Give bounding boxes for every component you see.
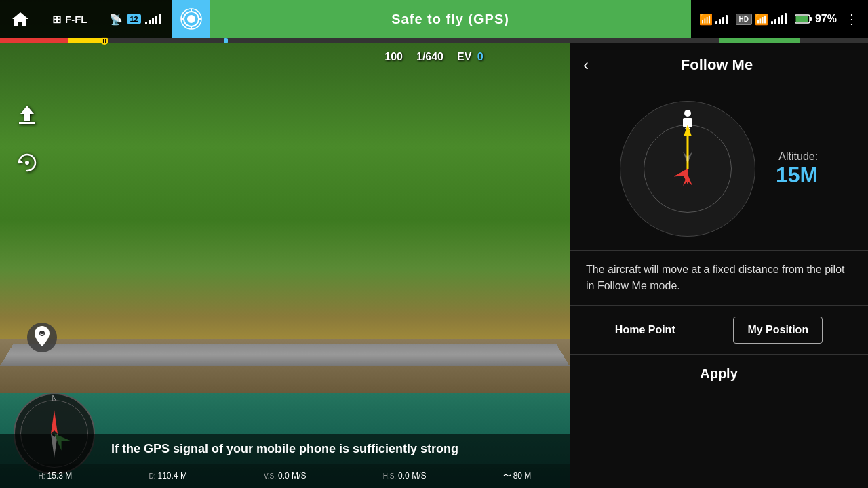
map-marker-circle: H bbox=[27, 323, 57, 352]
rc-bar-3 bbox=[722, 17, 724, 24]
svg-marker-10 bbox=[20, 106, 34, 121]
hd-signal-bars bbox=[771, 14, 787, 24]
ev-value: 0 bbox=[477, 51, 484, 62]
svg-point-13 bbox=[25, 161, 29, 165]
gps-signal-bars bbox=[145, 14, 161, 24]
left-icons bbox=[14, 102, 41, 176]
panel-header: ‹ Follow Me bbox=[570, 43, 868, 87]
my-position-button[interactable]: My Position bbox=[733, 317, 823, 344]
svg-point-0 bbox=[187, 15, 195, 23]
iso-value: 100 bbox=[384, 51, 403, 63]
progress-position bbox=[224, 38, 228, 43]
more-options-button[interactable]: ⋮ bbox=[845, 11, 860, 27]
battery-percent: 97% bbox=[815, 13, 837, 25]
map-marker[interactable]: H bbox=[27, 323, 57, 352]
svg-marker-26 bbox=[673, 165, 694, 184]
subtitle-text: If the GPS signal of your mobile phone i… bbox=[111, 442, 458, 456]
svg-marker-16 bbox=[51, 410, 58, 434]
hd-badge: HD bbox=[736, 14, 752, 25]
top-bar: ⊞ F-FL 📡 12 Safe to fly (GPS) bbox=[0, 0, 868, 38]
hd-bar-1 bbox=[771, 21, 773, 24]
ev-indicator: EV 0 bbox=[457, 51, 484, 63]
height-label: H: bbox=[39, 472, 45, 480]
shutter-value: 1/640 bbox=[416, 51, 443, 63]
horizontal-speed-info: H.S. 0.0 M/S bbox=[383, 471, 427, 481]
ev-label: EV bbox=[457, 51, 471, 62]
description-section: The aircraft will move at a fixed distan… bbox=[570, 250, 868, 305]
signal-bar-4 bbox=[155, 16, 157, 24]
battery-group: 97% bbox=[795, 13, 837, 25]
progress-yellow bbox=[68, 38, 105, 43]
signal-wave-icon: 〜 bbox=[503, 470, 511, 482]
altitude-value: 15M bbox=[776, 163, 818, 188]
bottom-info-bar: H: 15.3 M D: 110.4 M V.S. 0.0 M/S H.S. 0… bbox=[0, 464, 570, 488]
vertical-speed-info: V.S. 0.0 M/S bbox=[264, 471, 306, 481]
gps-status: 📡 12 bbox=[98, 0, 172, 38]
rotation-icon[interactable] bbox=[14, 149, 41, 176]
rc-bar-2 bbox=[719, 19, 721, 24]
download-icon[interactable] bbox=[14, 102, 41, 129]
satellite-icon: 📡 bbox=[109, 13, 123, 26]
top-bar-right: 📶 HD 📶 bbox=[691, 0, 868, 38]
home-point-button[interactable]: Home Point bbox=[615, 324, 675, 336]
battery-icon bbox=[795, 14, 812, 24]
signal-bar-5 bbox=[159, 14, 161, 24]
mode-label: F-FL bbox=[65, 14, 87, 25]
description-text: The aircraft will move at a fixed distan… bbox=[586, 262, 852, 294]
signal-bar-2 bbox=[149, 20, 151, 24]
distance-info: D: 110.4 M bbox=[149, 471, 187, 481]
hd-bar-4 bbox=[781, 15, 783, 24]
apply-button[interactable]: Apply bbox=[586, 366, 852, 382]
back-button[interactable]: ‹ bbox=[583, 56, 589, 75]
signal-bar-3 bbox=[152, 18, 154, 24]
distance-value: 110.4 M bbox=[158, 471, 187, 481]
height-info: H: 15.3 M bbox=[39, 471, 73, 481]
status-text: Safe to fly (GPS) bbox=[391, 12, 509, 27]
vs-value: 0.0 M/S bbox=[278, 471, 306, 481]
svg-rect-9 bbox=[810, 17, 812, 21]
vs-label: V.S. bbox=[264, 472, 276, 480]
distance-label: D: bbox=[149, 472, 156, 480]
signal-bar-1 bbox=[145, 22, 147, 24]
gps-active-icon[interactable] bbox=[172, 0, 210, 38]
hs-label: H.S. bbox=[383, 472, 396, 480]
hd-bar-3 bbox=[778, 17, 780, 24]
svg-rect-11 bbox=[19, 122, 35, 124]
svg-marker-24 bbox=[684, 125, 692, 136]
progress-red bbox=[0, 38, 68, 43]
apply-section: Apply bbox=[570, 354, 868, 392]
signal-distance-value: 80 M bbox=[513, 471, 532, 481]
camera-settings: 100 1/640 EV 0 bbox=[384, 51, 483, 63]
rc-bar-4 bbox=[726, 15, 728, 24]
svg-rect-8 bbox=[795, 16, 808, 22]
location-pin-icon: H bbox=[34, 326, 50, 350]
terrain-road bbox=[0, 344, 570, 366]
subtitle-bar: If the GPS signal of your mobile phone i… bbox=[0, 434, 570, 464]
mode-grid-icon: ⊞ bbox=[52, 13, 61, 26]
height-value: 15.3 M bbox=[47, 471, 73, 481]
altitude-display: Altitude: 15M bbox=[776, 150, 818, 188]
radar-section: Altitude: 15M bbox=[570, 87, 868, 250]
progress-bar: H bbox=[0, 38, 868, 43]
action-buttons: Home Point My Position bbox=[570, 305, 868, 354]
hd-bar-2 bbox=[774, 19, 776, 24]
hd-bar-5 bbox=[785, 13, 787, 24]
hd-antenna-icon: 📶 bbox=[755, 13, 768, 26]
altitude-label: Altitude: bbox=[776, 150, 818, 163]
radar-arrows bbox=[620, 101, 755, 237]
rc-signal-group: 📶 bbox=[699, 13, 728, 26]
panel-title: Follow Me bbox=[599, 56, 834, 74]
svg-text:H: H bbox=[40, 331, 44, 338]
rc-signal-bars bbox=[715, 14, 728, 24]
rc-bar-1 bbox=[715, 21, 717, 24]
right-panel: ‹ Follow Me bbox=[570, 43, 868, 488]
home-button[interactable] bbox=[0, 0, 41, 38]
hs-value: 0.0 M/S bbox=[398, 471, 426, 481]
gps-satellite-count: 12 bbox=[127, 14, 140, 24]
flight-status: Safe to fly (GPS) bbox=[210, 0, 691, 38]
signal-distance-info: 〜 80 M bbox=[503, 470, 532, 482]
radar-display bbox=[620, 101, 755, 237]
rc-antenna-icon: 📶 bbox=[699, 13, 713, 26]
flight-mode: ⊞ F-FL bbox=[41, 0, 98, 38]
progress-green bbox=[719, 38, 800, 43]
